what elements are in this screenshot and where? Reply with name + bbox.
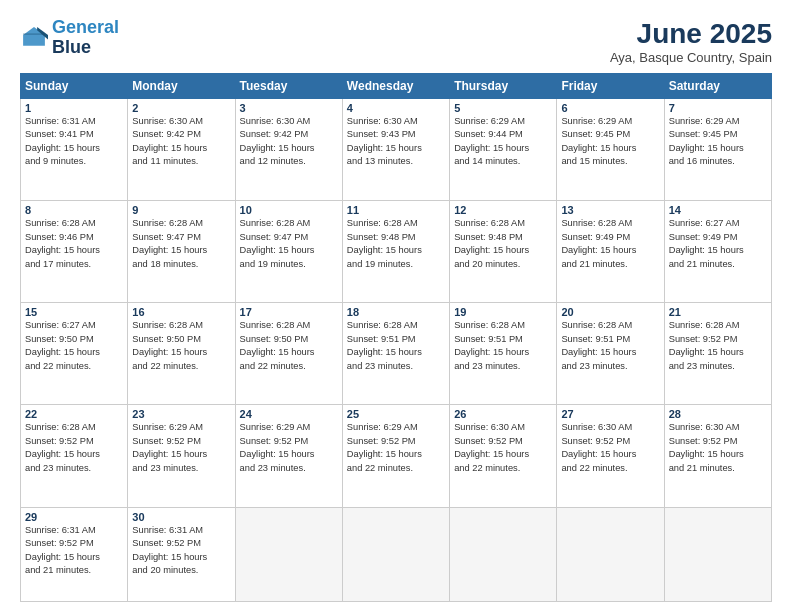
day-info: Sunrise: 6:30 AMSunset: 9:42 PMDaylight:… xyxy=(240,115,338,169)
calendar-cell: 27Sunrise: 6:30 AMSunset: 9:52 PMDayligh… xyxy=(557,405,664,507)
day-info: Sunrise: 6:29 AMSunset: 9:52 PMDaylight:… xyxy=(347,421,445,475)
calendar-cell: 17Sunrise: 6:28 AMSunset: 9:50 PMDayligh… xyxy=(235,303,342,405)
col-tuesday: Tuesday xyxy=(235,74,342,99)
calendar-cell: 16Sunrise: 6:28 AMSunset: 9:50 PMDayligh… xyxy=(128,303,235,405)
day-info: Sunrise: 6:28 AMSunset: 9:50 PMDaylight:… xyxy=(240,319,338,373)
day-info: Sunrise: 6:28 AMSunset: 9:51 PMDaylight:… xyxy=(347,319,445,373)
calendar-cell: 21Sunrise: 6:28 AMSunset: 9:52 PMDayligh… xyxy=(664,303,771,405)
day-number: 5 xyxy=(454,102,552,114)
col-sunday: Sunday xyxy=(21,74,128,99)
day-number: 2 xyxy=(132,102,230,114)
day-info: Sunrise: 6:29 AMSunset: 9:44 PMDaylight:… xyxy=(454,115,552,169)
logo-icon xyxy=(20,24,48,52)
day-info: Sunrise: 6:28 AMSunset: 9:50 PMDaylight:… xyxy=(132,319,230,373)
header-row: Sunday Monday Tuesday Wednesday Thursday… xyxy=(21,74,772,99)
day-number: 13 xyxy=(561,204,659,216)
day-number: 1 xyxy=(25,102,123,114)
calendar-cell: 20Sunrise: 6:28 AMSunset: 9:51 PMDayligh… xyxy=(557,303,664,405)
calendar-cell: 25Sunrise: 6:29 AMSunset: 9:52 PMDayligh… xyxy=(342,405,449,507)
calendar-table: Sunday Monday Tuesday Wednesday Thursday… xyxy=(20,73,772,602)
calendar-week-2: 8Sunrise: 6:28 AMSunset: 9:46 PMDaylight… xyxy=(21,201,772,303)
day-number: 24 xyxy=(240,408,338,420)
day-number: 4 xyxy=(347,102,445,114)
day-info: Sunrise: 6:28 AMSunset: 9:51 PMDaylight:… xyxy=(561,319,659,373)
header: General Blue June 2025 Aya, Basque Count… xyxy=(20,18,772,65)
day-number: 30 xyxy=(132,511,230,523)
page: General Blue June 2025 Aya, Basque Count… xyxy=(0,0,792,612)
day-number: 8 xyxy=(25,204,123,216)
calendar-cell: 8Sunrise: 6:28 AMSunset: 9:46 PMDaylight… xyxy=(21,201,128,303)
day-info: Sunrise: 6:28 AMSunset: 9:49 PMDaylight:… xyxy=(561,217,659,271)
calendar-cell xyxy=(342,507,449,601)
calendar-week-3: 15Sunrise: 6:27 AMSunset: 9:50 PMDayligh… xyxy=(21,303,772,405)
calendar-cell xyxy=(664,507,771,601)
day-number: 14 xyxy=(669,204,767,216)
day-number: 19 xyxy=(454,306,552,318)
location: Aya, Basque Country, Spain xyxy=(610,50,772,65)
day-number: 17 xyxy=(240,306,338,318)
calendar-cell: 12Sunrise: 6:28 AMSunset: 9:48 PMDayligh… xyxy=(450,201,557,303)
calendar-cell: 3Sunrise: 6:30 AMSunset: 9:42 PMDaylight… xyxy=(235,99,342,201)
day-number: 23 xyxy=(132,408,230,420)
day-number: 3 xyxy=(240,102,338,114)
day-number: 16 xyxy=(132,306,230,318)
day-info: Sunrise: 6:31 AMSunset: 9:52 PMDaylight:… xyxy=(25,524,123,578)
day-number: 27 xyxy=(561,408,659,420)
calendar-cell: 11Sunrise: 6:28 AMSunset: 9:48 PMDayligh… xyxy=(342,201,449,303)
day-number: 28 xyxy=(669,408,767,420)
day-number: 25 xyxy=(347,408,445,420)
day-number: 9 xyxy=(132,204,230,216)
calendar-cell: 9Sunrise: 6:28 AMSunset: 9:47 PMDaylight… xyxy=(128,201,235,303)
calendar-cell: 13Sunrise: 6:28 AMSunset: 9:49 PMDayligh… xyxy=(557,201,664,303)
calendar-cell: 23Sunrise: 6:29 AMSunset: 9:52 PMDayligh… xyxy=(128,405,235,507)
calendar-cell: 4Sunrise: 6:30 AMSunset: 9:43 PMDaylight… xyxy=(342,99,449,201)
day-info: Sunrise: 6:27 AMSunset: 9:49 PMDaylight:… xyxy=(669,217,767,271)
col-saturday: Saturday xyxy=(664,74,771,99)
logo: General Blue xyxy=(20,18,119,58)
calendar-cell: 24Sunrise: 6:29 AMSunset: 9:52 PMDayligh… xyxy=(235,405,342,507)
calendar-cell: 1Sunrise: 6:31 AMSunset: 9:41 PMDaylight… xyxy=(21,99,128,201)
col-wednesday: Wednesday xyxy=(342,74,449,99)
svg-marker-0 xyxy=(23,27,45,46)
day-info: Sunrise: 6:29 AMSunset: 9:52 PMDaylight:… xyxy=(132,421,230,475)
day-info: Sunrise: 6:29 AMSunset: 9:45 PMDaylight:… xyxy=(561,115,659,169)
day-number: 21 xyxy=(669,306,767,318)
day-info: Sunrise: 6:28 AMSunset: 9:46 PMDaylight:… xyxy=(25,217,123,271)
calendar-cell xyxy=(450,507,557,601)
col-friday: Friday xyxy=(557,74,664,99)
day-info: Sunrise: 6:28 AMSunset: 9:48 PMDaylight:… xyxy=(347,217,445,271)
calendar-cell: 26Sunrise: 6:30 AMSunset: 9:52 PMDayligh… xyxy=(450,405,557,507)
day-number: 10 xyxy=(240,204,338,216)
day-number: 18 xyxy=(347,306,445,318)
col-monday: Monday xyxy=(128,74,235,99)
day-number: 22 xyxy=(25,408,123,420)
calendar-cell: 18Sunrise: 6:28 AMSunset: 9:51 PMDayligh… xyxy=(342,303,449,405)
day-number: 15 xyxy=(25,306,123,318)
day-info: Sunrise: 6:30 AMSunset: 9:52 PMDaylight:… xyxy=(454,421,552,475)
day-number: 6 xyxy=(561,102,659,114)
calendar-week-5: 29Sunrise: 6:31 AMSunset: 9:52 PMDayligh… xyxy=(21,507,772,601)
day-info: Sunrise: 6:28 AMSunset: 9:51 PMDaylight:… xyxy=(454,319,552,373)
day-number: 11 xyxy=(347,204,445,216)
day-info: Sunrise: 6:28 AMSunset: 9:48 PMDaylight:… xyxy=(454,217,552,271)
day-info: Sunrise: 6:28 AMSunset: 9:52 PMDaylight:… xyxy=(669,319,767,373)
day-info: Sunrise: 6:30 AMSunset: 9:43 PMDaylight:… xyxy=(347,115,445,169)
day-number: 7 xyxy=(669,102,767,114)
calendar-cell: 7Sunrise: 6:29 AMSunset: 9:45 PMDaylight… xyxy=(664,99,771,201)
calendar-cell xyxy=(235,507,342,601)
day-number: 29 xyxy=(25,511,123,523)
day-number: 12 xyxy=(454,204,552,216)
calendar-cell: 15Sunrise: 6:27 AMSunset: 9:50 PMDayligh… xyxy=(21,303,128,405)
day-info: Sunrise: 6:30 AMSunset: 9:52 PMDaylight:… xyxy=(669,421,767,475)
calendar-week-4: 22Sunrise: 6:28 AMSunset: 9:52 PMDayligh… xyxy=(21,405,772,507)
calendar-cell: 28Sunrise: 6:30 AMSunset: 9:52 PMDayligh… xyxy=(664,405,771,507)
day-info: Sunrise: 6:29 AMSunset: 9:52 PMDaylight:… xyxy=(240,421,338,475)
day-info: Sunrise: 6:31 AMSunset: 9:52 PMDaylight:… xyxy=(132,524,230,578)
calendar-week-1: 1Sunrise: 6:31 AMSunset: 9:41 PMDaylight… xyxy=(21,99,772,201)
svg-rect-2 xyxy=(23,33,45,35)
day-info: Sunrise: 6:31 AMSunset: 9:41 PMDaylight:… xyxy=(25,115,123,169)
day-number: 26 xyxy=(454,408,552,420)
calendar-cell: 2Sunrise: 6:30 AMSunset: 9:42 PMDaylight… xyxy=(128,99,235,201)
day-info: Sunrise: 6:30 AMSunset: 9:52 PMDaylight:… xyxy=(561,421,659,475)
logo-text: General Blue xyxy=(52,18,119,58)
